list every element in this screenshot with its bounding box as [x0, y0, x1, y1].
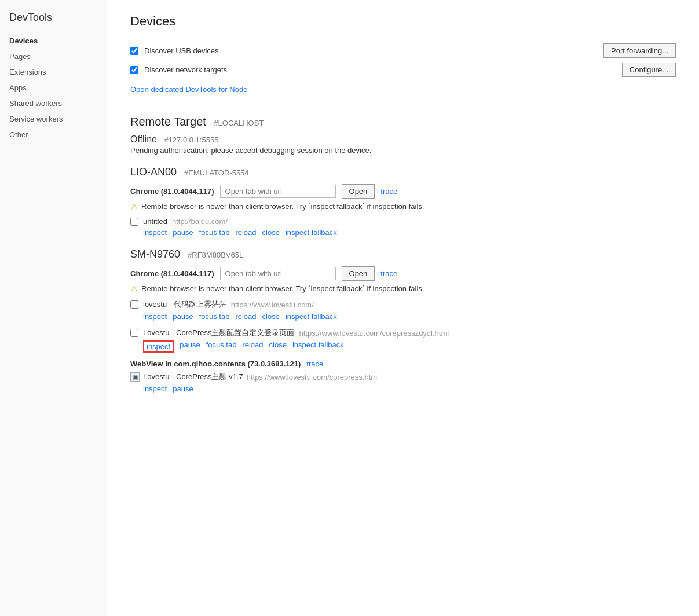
- sm-n9760-lovestu-inspect-fallback-link[interactable]: inspect fallback: [286, 312, 337, 321]
- sidebar-item-devices[interactable]: Devices: [0, 33, 107, 49]
- sidebar-item-shared-workers[interactable]: Shared workers: [0, 96, 107, 111]
- sm-n9760-corepress-inspect-fallback-link[interactable]: inspect fallback: [292, 340, 344, 353]
- sm-n9760-tab-lovestu: lovestu - 代码路上雾茫茫 https://www.lovestu.co…: [130, 299, 676, 310]
- sm-n9760-warning: ⚠ Remote browser is newer than client br…: [130, 284, 676, 295]
- remote-target-subtitle: #LOCALHOST: [214, 119, 264, 127]
- sm-n9760-tab-lovestu-title: lovestu - 代码路上雾茫茫: [143, 299, 226, 310]
- sm-n9760-webview-browser: WebView in com.qihoo.contents (73.0.3683…: [130, 360, 676, 393]
- lio-an00-chrome-browser: Chrome (81.0.4044.117) Open trace ⚠ Remo…: [130, 184, 676, 237]
- sm-n9760-tab-corepress-title: Lovestu - CorePress主题配置自定义登录页面: [143, 328, 295, 338]
- sm-n9760-lovestu-close-link[interactable]: close: [262, 312, 280, 321]
- remote-target-section: Remote Target #LOCALHOST Offline #127.0.…: [130, 115, 676, 393]
- sm-n9760-webview-pause-link[interactable]: pause: [173, 384, 193, 393]
- lio-an00-url-input[interactable]: [220, 185, 336, 198]
- device-sm-n9760-subtitle: #RF8M80BV65L: [188, 251, 243, 259]
- sm-n9760-warning-text: Remote browser is newer than client brow…: [141, 284, 424, 293]
- sidebar-item-extensions[interactable]: Extensions: [0, 64, 107, 80]
- lio-an00-focus-tab-link[interactable]: focus tab: [199, 228, 230, 237]
- device-lio-an00-subtitle: #EMULATOR-5554: [184, 168, 249, 177]
- sm-n9760-corepress-close-link[interactable]: close: [269, 340, 287, 353]
- app-title: DevTools: [0, 7, 107, 33]
- sm-n9760-tab-lovestu-checkbox[interactable]: [130, 300, 138, 309]
- configure-button[interactable]: Configure...: [622, 63, 676, 77]
- sm-n9760-webview-inspect-link[interactable]: inspect: [143, 384, 167, 393]
- discover-network-row: Discover network targets Configure...: [130, 63, 676, 77]
- sm-n9760-webview-row: WebView in com.qihoo.contents (73.0.3683…: [130, 360, 676, 368]
- sm-n9760-url-input[interactable]: [220, 267, 336, 280]
- divider-top: [130, 36, 676, 36]
- sm-n9760-corepress-inspect-link[interactable]: inspect: [143, 340, 174, 353]
- port-forwarding-button[interactable]: Port forwarding...: [603, 43, 676, 58]
- sidebar-item-pages[interactable]: Pages: [0, 49, 107, 64]
- sidebar-item-other[interactable]: Other: [0, 127, 107, 142]
- lio-an00-warning-text: Remote browser is newer than client brow…: [141, 202, 424, 211]
- sm-n9760-lovestu-inspect-link[interactable]: inspect: [143, 312, 167, 321]
- sm-n9760-webview-tab-actions: inspect pause: [143, 384, 676, 393]
- lio-an00-chrome-name: Chrome (81.0.4044.117): [130, 187, 214, 196]
- webview-tab-icon: ▣: [130, 372, 140, 382]
- sidebar: DevTools Devices Pages Extensions Apps S…: [0, 0, 107, 616]
- page-title: Devices: [130, 14, 676, 29]
- divider-remote-target: [130, 101, 676, 101]
- lio-an00-warning: ⚠ Remote browser is newer than client br…: [130, 202, 676, 212]
- sm-n9760-warning-icon: ⚠: [130, 284, 138, 295]
- sm-n9760-webview-tab-title: Lovestu - CorePress主题 v1.7: [143, 372, 243, 382]
- sm-n9760-tab-lovestu-url: https://www.lovestu.com/: [231, 300, 314, 309]
- sm-n9760-corepress-reload-link[interactable]: reload: [242, 340, 263, 353]
- offline-title: Offline #127.0.0.1:5555: [130, 134, 676, 145]
- open-devtools-for-node-link[interactable]: Open dedicated DevTools for Node: [130, 85, 247, 94]
- sm-n9760-trace-link[interactable]: trace: [380, 269, 397, 278]
- warning-icon: ⚠: [130, 202, 138, 212]
- sm-n9760-tab-corepress: Lovestu - CorePress主题配置自定义登录页面 https://w…: [130, 328, 676, 338]
- sm-n9760-chrome-row: Chrome (81.0.4044.117) Open trace: [130, 266, 676, 281]
- lio-an00-tab-checkbox[interactable]: [130, 218, 138, 226]
- sm-n9760-chrome-browser: Chrome (81.0.4044.117) Open trace ⚠ Remo…: [130, 266, 676, 353]
- device-lio-an00: LIO-AN00 #EMULATOR-5554 Chrome (81.0.404…: [130, 166, 676, 237]
- offline-message: Pending authentication: please accept de…: [130, 146, 676, 155]
- sm-n9760-tab-corepress-checkbox[interactable]: [130, 329, 138, 337]
- discover-network-checkbox[interactable]: [130, 66, 138, 74]
- sm-n9760-chrome-name: Chrome (81.0.4044.117): [130, 269, 214, 278]
- lio-an00-trace-link[interactable]: trace: [380, 187, 397, 196]
- discover-usb-row: Discover USB devices Port forwarding...: [130, 43, 676, 58]
- sm-n9760-webview-tab: ▣ Lovestu - CorePress主题 v1.7 https://www…: [130, 372, 676, 382]
- lio-an00-reload-link[interactable]: reload: [235, 228, 256, 237]
- sm-n9760-corepress-focus-tab-link[interactable]: focus tab: [206, 340, 237, 353]
- lio-an00-tab-url: http://baidu.com/: [172, 217, 228, 226]
- discover-usb-label: Discover USB devices: [144, 46, 598, 55]
- device-sm-n9760: SM-N9760 #RF8M80BV65L Chrome (81.0.4044.…: [130, 248, 676, 393]
- device-lio-an00-title: LIO-AN00 #EMULATOR-5554: [130, 166, 676, 178]
- lio-an00-tab-untitled: untitled http://baidu.com/: [130, 217, 676, 226]
- sm-n9760-webview-trace-link[interactable]: trace: [306, 360, 323, 368]
- offline-subtitle: #127.0.0.1:5555: [164, 135, 218, 144]
- sm-n9760-corepress-tab-actions: inspect pause focus tab reload close ins…: [143, 340, 676, 353]
- sm-n9760-tab-corepress-url: https://www.lovestu.com/corepresszdydl.h…: [299, 329, 449, 338]
- lio-an00-tab-actions: inspect pause focus tab reload close ins…: [143, 228, 676, 237]
- main-content: Devices Discover USB devices Port forwar…: [107, 0, 699, 616]
- discover-network-label: Discover network targets: [144, 65, 616, 74]
- lio-an00-inspect-link[interactable]: inspect: [143, 228, 167, 237]
- remote-target-title: Remote Target #LOCALHOST: [130, 115, 676, 129]
- lio-an00-open-button[interactable]: Open: [342, 184, 375, 199]
- lio-an00-inspect-fallback-link[interactable]: inspect fallback: [286, 228, 337, 237]
- sm-n9760-lovestu-pause-link[interactable]: pause: [173, 312, 193, 321]
- lio-an00-tab-title: untitled: [143, 217, 167, 226]
- lio-an00-pause-link[interactable]: pause: [173, 228, 193, 237]
- lio-an00-chrome-row: Chrome (81.0.4044.117) Open trace: [130, 184, 676, 199]
- device-sm-n9760-title: SM-N9760 #RF8M80BV65L: [130, 248, 676, 261]
- sidebar-item-apps[interactable]: Apps: [0, 80, 107, 96]
- lio-an00-close-link[interactable]: close: [262, 228, 280, 237]
- sm-n9760-lovestu-reload-link[interactable]: reload: [235, 312, 256, 321]
- offline-section: Offline #127.0.0.1:5555 Pending authenti…: [130, 134, 676, 155]
- sm-n9760-lovestu-focus-tab-link[interactable]: focus tab: [199, 312, 230, 321]
- sidebar-item-service-workers[interactable]: Service workers: [0, 111, 107, 127]
- sm-n9760-webview-tab-url: https://www.lovestu.com/corepress.html: [247, 373, 379, 382]
- sm-n9760-webview-name: WebView in com.qihoo.contents (73.0.3683…: [130, 360, 301, 368]
- sm-n9760-lovestu-tab-actions: inspect pause focus tab reload close ins…: [143, 312, 676, 321]
- discover-usb-checkbox[interactable]: [130, 47, 138, 55]
- sm-n9760-corepress-pause-link[interactable]: pause: [180, 340, 200, 353]
- sm-n9760-open-button[interactable]: Open: [342, 266, 375, 281]
